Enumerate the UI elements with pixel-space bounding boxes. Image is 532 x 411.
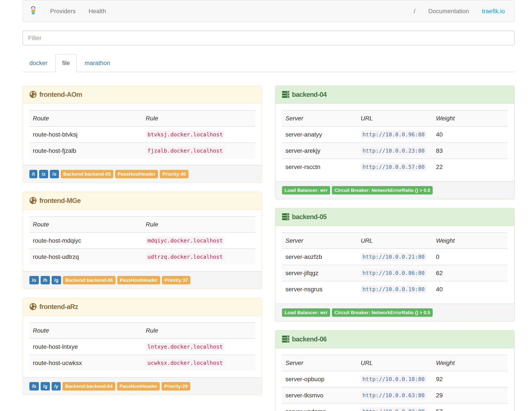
frontend-panel-footer: /o/h/gBackend:backend-06PassHostHeaderPr…	[23, 271, 262, 289]
frontend-panel-footer: /t/z/sBackend:backend-05PassHostHeaderPr…	[23, 165, 262, 183]
entrypoint-badge: /t	[29, 170, 37, 178]
routes-col-header: Rule	[142, 323, 255, 339]
entrypoint-badge: /o	[29, 276, 39, 284]
backend-title-text: backend-04	[292, 91, 327, 98]
frontend-panel-footer: /b/g/yBackend:backend-04PassHostHeaderPr…	[23, 377, 262, 395]
server-url-link[interactable]: http://10.0.0.23:80	[361, 147, 427, 154]
server-rack-icon	[282, 91, 289, 98]
backend-badge: Load Balancer: wrr	[282, 308, 330, 317]
frontends-column: frontend-AOmRouteRuleroute-host-btvksjbt…	[22, 86, 269, 404]
backend-title-text: backend-05	[292, 213, 327, 221]
server-name-cell: server-arekjy	[282, 143, 357, 159]
filter-input[interactable]	[22, 31, 515, 45]
frontend-title-text: frontend-MGe	[39, 197, 81, 205]
entrypoint-badge: /s	[50, 170, 59, 178]
server-url-code: http://10.0.0.57:80	[361, 163, 427, 171]
server-url-cell: http://10.0.0.23:80	[357, 143, 433, 159]
route-row: route-host-lntxyelntxye.docker.localhost	[29, 339, 255, 355]
frontend-tag-badge: PassHostHeader	[117, 276, 160, 284]
routes-table: RouteRuleroute-host-lntxyelntxye.docker.…	[29, 323, 255, 371]
route-name-cell: route-host-ucwksx	[29, 355, 142, 371]
nav-providers[interactable]: Providers	[44, 0, 82, 22]
frontend-panel: frontend-MGeRouteRuleroute-host-mdqiycmd…	[22, 192, 262, 289]
servers-col-header: Server	[282, 110, 357, 127]
server-url-link[interactable]: http://10.0.0.96:80	[361, 131, 427, 138]
backend-panel-body: ServerURLWeightserver-aozfzbhttp://10.0.…	[276, 226, 514, 303]
server-row: server-updqmohttp://10.0.0.83:8057	[282, 403, 508, 411]
server-url-link[interactable]: http://10.0.0.19:80	[361, 286, 427, 292]
frontend-panel: frontend-aRzRouteRuleroute-host-lntxyeln…	[22, 298, 262, 395]
server-name-cell: server-rscctn	[282, 159, 357, 175]
backend-panel-heading: backend-05	[276, 208, 514, 226]
server-weight-cell: 40	[432, 281, 508, 297]
entrypoint-badge: /b	[29, 382, 39, 391]
server-weight-cell: 92	[432, 371, 508, 387]
route-row: route-host-fjzalbfjzalb.docker.localhost	[29, 143, 255, 159]
server-url-code: http://10.0.0.83:80	[361, 408, 427, 411]
traefik-logo-icon[interactable]	[23, 0, 40, 22]
server-name-cell: server-opbuop	[282, 371, 357, 387]
server-url-cell: http://10.0.0.83:80	[357, 403, 433, 411]
server-url-cell: http://10.0.0.57:80	[357, 159, 433, 175]
server-name-cell: server-aozfzb	[282, 249, 357, 265]
server-weight-cell: 57	[432, 403, 508, 411]
servers-col-header: URL	[357, 110, 433, 127]
server-url-link[interactable]: http://10.0.0.57:80	[361, 163, 427, 170]
frontend-panel-title: frontend-aRz	[29, 303, 255, 311]
server-url-cell: http://10.0.0.86:80	[357, 265, 433, 281]
server-row: server-nsgrushttp://10.0.0.19:8040	[282, 281, 508, 297]
tab-link-docker[interactable]: docker	[22, 54, 54, 72]
server-rack-icon	[282, 213, 289, 220]
nav-traefik-io[interactable]: traefik.io	[475, 0, 511, 22]
server-row: server-opbuophttp://10.0.0.18:8092	[282, 371, 508, 387]
routes-col-header: Rule	[142, 110, 255, 127]
servers-header-row: ServerURLWeight	[282, 110, 508, 127]
frontend-tag-badge: Priority:40	[160, 170, 189, 178]
rule-code: mdqiyc.docker.localhost	[146, 237, 225, 245]
rule-code: btvksj.docker.localhost	[146, 130, 225, 138]
rule-code: lntxye.docker.localhost	[146, 343, 225, 351]
rule-cell: btvksj.docker.localhost	[142, 127, 255, 143]
server-url-link[interactable]: http://10.0.0.83:80	[361, 408, 427, 411]
frontend-tag-badge: Backend:backend-04	[62, 382, 115, 391]
server-row: server-jifqgzhttp://10.0.0.86:8062	[282, 265, 508, 281]
server-url-cell: http://10.0.0.96:80	[357, 127, 433, 143]
nav-health[interactable]: Health	[82, 0, 113, 22]
server-url-link[interactable]: http://10.0.0.21:80	[361, 253, 427, 260]
server-url-code: http://10.0.0.21:80	[361, 253, 427, 261]
tab-link-marathon[interactable]: marathon	[78, 54, 117, 72]
server-url-link[interactable]: http://10.0.0.86:80	[361, 269, 427, 276]
server-url-link[interactable]: http://10.0.0.63:80	[361, 392, 427, 399]
servers-header-row: ServerURLWeight	[282, 355, 508, 371]
routes-col-header: Route	[29, 323, 142, 339]
frontend-panel-heading: frontend-AOm	[23, 86, 262, 104]
routes-header-row: RouteRule	[29, 216, 255, 233]
routes-header-row: RouteRule	[29, 323, 255, 339]
globe-icon	[29, 303, 37, 310]
tab-link-file[interactable]: file	[55, 54, 77, 72]
entrypoint-badge: /y	[52, 382, 61, 391]
server-weight-cell: 62	[432, 265, 508, 281]
servers-col-header: URL	[357, 355, 433, 371]
backend-badge: Circuit Breaker: NetworkErrorRatio () > …	[332, 186, 433, 195]
route-row: route-host-udtrzqudtrzq.docker.localhost	[29, 249, 255, 265]
server-name-cell: server-tksmvo	[282, 387, 357, 403]
backend-panel: backend-04ServerURLWeightserver-anatyyht…	[275, 86, 515, 199]
server-url-link[interactable]: http://10.0.0.18:80	[361, 376, 427, 382]
entrypoint-badge: /g	[41, 382, 50, 391]
nav-documentation[interactable]: Documentation	[422, 0, 475, 22]
frontend-panel-title: frontend-MGe	[29, 196, 255, 205]
backend-panel-body: ServerURLWeightserver-opbuophttp://10.0.…	[276, 348, 514, 411]
server-rack-icon	[282, 335, 289, 343]
backend-panel-title: backend-04	[282, 90, 508, 99]
server-row: server-anatyyhttp://10.0.0.96:8040	[282, 127, 508, 143]
globe-icon	[29, 91, 37, 98]
servers-col-header: Weight	[432, 233, 508, 249]
route-name-cell: route-host-btvksj	[29, 127, 142, 143]
server-name-cell: server-jifqgz	[282, 265, 357, 281]
backend-panel-heading: backend-06	[276, 331, 514, 348]
rule-cell: lntxye.docker.localhost	[142, 339, 255, 355]
server-url-cell: http://10.0.0.19:80	[357, 281, 433, 297]
panels-row: frontend-AOmRouteRuleroute-host-btvksjbt…	[22, 86, 515, 411]
frontend-tag-badge: Backend:backend-05	[61, 170, 113, 178]
